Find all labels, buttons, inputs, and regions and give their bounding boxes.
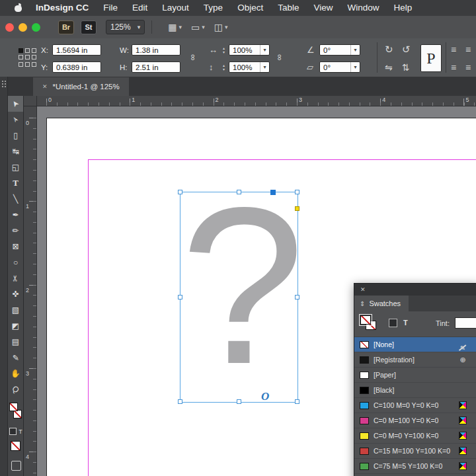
tab-close-icon[interactable]: ✕: [42, 83, 48, 90]
fill-proxy-swatch[interactable]: [360, 315, 371, 325]
page-tool[interactable]: ▯: [8, 128, 23, 143]
rotate-ccw-button[interactable]: ↺: [402, 45, 411, 54]
swatch-row-none[interactable]: [None]✎: [354, 337, 476, 352]
menu-file[interactable]: File: [96, 0, 125, 16]
tab-swatches[interactable]: ⇕ Swatches: [354, 296, 409, 311]
horizontal-ruler[interactable]: 012345: [37, 96, 476, 106]
tint-field[interactable]: [455, 317, 476, 329]
frame-handle-top-center[interactable]: [237, 190, 241, 194]
menu-table[interactable]: Table: [270, 0, 306, 16]
x-field[interactable]: 1.5694 in: [52, 44, 101, 56]
w-field[interactable]: 1.38 in: [132, 44, 180, 56]
frame-handle-bottom-left[interactable]: [178, 399, 182, 404]
arrange-documents-button[interactable]: ◫ ▾: [214, 22, 228, 32]
hand-tool[interactable]: ✋: [8, 366, 23, 381]
pen-tool[interactable]: ✒: [8, 207, 23, 223]
scale-y-combo[interactable]: 100% ▾: [229, 61, 270, 73]
swatch-row-c-0-m-100-y-0-k-0[interactable]: C=0 M=100 Y=0 K=0: [354, 413, 476, 428]
swatch-row-c-100-m-0-y-0-k-0[interactable]: C=100 M=0 Y=0 K=0: [354, 398, 476, 413]
corner-options-yellow-handle[interactable]: [295, 206, 299, 211]
type-tool[interactable]: T: [8, 175, 23, 191]
zoom-level-select[interactable]: 125% ▾: [106, 20, 145, 34]
menu-window[interactable]: Window: [340, 0, 386, 16]
swatches-titlebar[interactable]: ✕: [354, 284, 476, 296]
content-collector-tool[interactable]: ◱: [8, 159, 23, 175]
gradient-swatch-tool[interactable]: ▧: [8, 302, 23, 318]
text-outport-icon[interactable]: O: [261, 391, 269, 402]
frame-handle-middle-right[interactable]: [295, 295, 299, 299]
rotate-cw-button[interactable]: ↻: [385, 45, 393, 54]
formatting-affects-text-icon[interactable]: T: [403, 319, 408, 327]
panel-close-icon[interactable]: ✕: [360, 286, 366, 293]
reference-point-proxy[interactable]: [17, 47, 37, 68]
formatting-affects-container-icon[interactable]: [389, 319, 397, 327]
menu-edit[interactable]: Edit: [125, 0, 155, 16]
swatch-row-registration[interactable]: [Registration]⊕: [354, 352, 476, 368]
fill-swatch[interactable]: [9, 403, 18, 411]
frame-handle-top-left[interactable]: [178, 190, 182, 194]
selected-text-frame[interactable]: ? O: [180, 192, 298, 403]
scale-x-stepper[interactable]: ▴▾: [221, 44, 227, 56]
shear-combo[interactable]: 0° ▾: [319, 61, 360, 73]
formatting-affects-text-icon[interactable]: T: [19, 428, 22, 435]
rectangle-frame-tool[interactable]: ⊠: [8, 239, 23, 255]
ruler-origin-corner[interactable]: [24, 96, 37, 106]
scale-x-combo[interactable]: 100% ▾: [229, 44, 270, 56]
frame-handle-bottom-right[interactable]: [295, 399, 299, 404]
swatch-row-c-0-m-0-y-100-k-0[interactable]: C=0 M=0 Y=100 K=0: [354, 428, 476, 444]
frame-handle-bottom-center[interactable]: [237, 399, 241, 404]
bridge-button[interactable]: Br: [58, 20, 74, 34]
apple-icon[interactable]: [14, 3, 23, 13]
swatch-row-paper[interactable]: [Paper]: [354, 368, 476, 383]
frame-adornment-solid-handle[interactable]: [270, 190, 276, 195]
view-options-button[interactable]: ▦ ▾: [168, 22, 182, 32]
swatch-row-c-75-m-5-y-100-k-0[interactable]: C=75 M=5 Y=100 K=0: [354, 459, 476, 474]
scale-y-stepper[interactable]: ▴▾: [221, 61, 227, 73]
ellipse-tool[interactable]: ○: [8, 255, 23, 270]
menu-indesign-cc[interactable]: InDesign CC: [28, 0, 96, 16]
view-mode-button[interactable]: [11, 461, 21, 471]
gradient-feather-tool[interactable]: ◩: [8, 318, 23, 334]
constrain-scale-link-icon[interactable]: ∞: [275, 54, 284, 60]
menu-layout[interactable]: Layout: [155, 0, 196, 16]
menu-type[interactable]: Type: [196, 0, 230, 16]
menu-view[interactable]: View: [306, 0, 340, 16]
flip-vertical-button[interactable]: ⇅: [402, 63, 410, 72]
window-zoom-button[interactable]: [32, 23, 40, 32]
constrain-dimensions-link-icon[interactable]: ∞: [188, 54, 198, 60]
align-left-button[interactable]: ≡: [451, 45, 456, 54]
pencil-tool[interactable]: ✏: [8, 223, 23, 239]
swatch-row-black[interactable]: [Black]: [354, 383, 476, 398]
selection-tool[interactable]: ➤: [8, 96, 23, 112]
paragraph-styles-button[interactable]: P: [420, 44, 442, 72]
panel-grip-icon[interactable]: [1, 80, 7, 87]
stock-button[interactable]: St: [81, 20, 97, 34]
formatting-affects-container-icon[interactable]: [9, 428, 17, 435]
y-field[interactable]: 0.6389 in: [52, 61, 101, 73]
align-center-button[interactable]: ≡: [465, 45, 471, 54]
screen-mode-button[interactable]: ▭ ▾: [191, 22, 205, 32]
vertical-ruler[interactable]: 01234: [24, 106, 37, 476]
free-transform-tool[interactable]: ✜: [8, 286, 23, 302]
scissors-tool[interactable]: ✂: [8, 270, 23, 286]
rotation-combo[interactable]: 0° ▾: [319, 44, 360, 56]
h-field[interactable]: 2.51 in: [132, 61, 180, 73]
panel-collapse-icon[interactable]: ⇕: [360, 300, 365, 307]
zoom-tool[interactable]: Q: [8, 381, 23, 397]
menu-help[interactable]: Help: [386, 0, 419, 16]
menu-object[interactable]: Object: [230, 0, 270, 16]
align-top-button[interactable]: ≡: [451, 63, 456, 72]
frame-handle-middle-left[interactable]: [178, 295, 182, 299]
note-tool[interactable]: ▤: [8, 334, 23, 350]
document-tab[interactable]: ✕ *Untitled-1 @ 125%: [33, 77, 129, 96]
apply-none-button[interactable]: [11, 441, 20, 451]
eyedropper-tool[interactable]: ✐: [8, 350, 23, 366]
gap-tool[interactable]: ↹: [8, 143, 23, 159]
window-minimize-button[interactable]: [19, 23, 27, 32]
window-close-button[interactable]: [5, 23, 14, 32]
direct-selection-tool[interactable]: ➢: [8, 112, 23, 128]
swatch-row-c-15-m-100-y-100-k-0[interactable]: C=15 M=100 Y=100 K=0: [354, 444, 476, 459]
line-tool[interactable]: ╲: [8, 191, 23, 207]
align-bottom-button[interactable]: ≡: [465, 63, 471, 72]
flip-horizontal-button[interactable]: ⇋: [385, 63, 393, 72]
